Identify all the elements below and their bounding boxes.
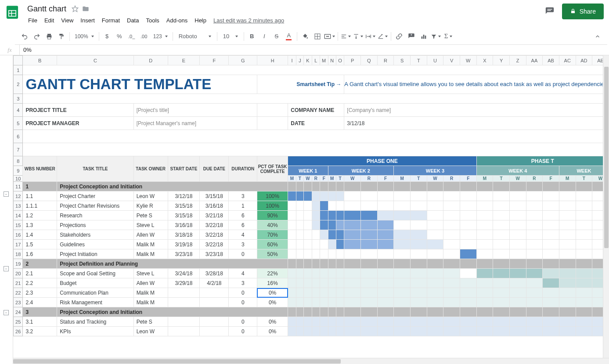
row-header-12[interactable]: 12 <box>14 191 23 201</box>
gantt-cell[interactable] <box>576 249 592 259</box>
gantt-cell[interactable] <box>509 211 526 220</box>
due-date-cell[interactable] <box>200 288 228 297</box>
functions-button[interactable]: Σ <box>443 31 454 42</box>
col-header-B[interactable]: B <box>23 56 57 65</box>
gantt-cell[interactable] <box>320 327 328 336</box>
due-date-cell[interactable]: 3/15/18 <box>200 191 228 201</box>
gantt-cell[interactable] <box>543 191 559 201</box>
col-header-D[interactable]: D <box>133 56 168 65</box>
gantt-cell[interactable] <box>312 249 320 259</box>
gantt-cell[interactable] <box>304 182 312 191</box>
duration-cell[interactable]: 1 <box>229 201 256 210</box>
gantt-cell[interactable] <box>377 317 394 327</box>
currency-button[interactable]: $ <box>101 31 113 42</box>
gantt-cell[interactable] <box>336 211 344 220</box>
gantt-cell[interactable] <box>312 220 320 230</box>
gantt-cell[interactable] <box>576 191 592 201</box>
gantt-cell[interactable] <box>443 327 460 336</box>
gantt-cell[interactable] <box>543 307 559 317</box>
menu-insert[interactable]: Insert <box>77 15 98 25</box>
gantt-cell[interactable] <box>559 220 576 230</box>
gantt-cell[interactable] <box>320 317 328 327</box>
gantt-cell[interactable] <box>320 278 328 288</box>
gantt-cell[interactable] <box>427 211 443 220</box>
gantt-cell[interactable] <box>427 220 443 230</box>
gantt-cell[interactable] <box>312 288 320 298</box>
gantt-cell[interactable] <box>543 317 559 327</box>
gantt-cell[interactable] <box>509 317 526 327</box>
col-header-W[interactable]: W <box>460 56 476 65</box>
gantt-cell[interactable] <box>526 278 543 288</box>
gantt-cell[interactable] <box>312 317 320 327</box>
gantt-cell[interactable] <box>361 240 378 249</box>
gantt-cell[interactable] <box>377 307 394 317</box>
gantt-cell[interactable] <box>312 230 320 240</box>
gantt-cell[interactable] <box>526 317 543 327</box>
wbs-cell[interactable]: 1.2 <box>23 211 57 220</box>
start-date-cell[interactable] <box>168 288 200 297</box>
gantt-cell[interactable] <box>344 240 361 249</box>
v-align-button[interactable] <box>353 31 364 42</box>
duration-cell[interactable]: 0 <box>229 298 256 307</box>
row-header-22[interactable]: 22 <box>14 288 23 298</box>
gantt-cell[interactable] <box>509 288 526 298</box>
col-header-J[interactable]: J <box>296 56 304 65</box>
gantt-cell[interactable] <box>443 211 460 220</box>
gantt-cell[interactable] <box>304 298 312 307</box>
gantt-cell[interactable] <box>509 201 526 211</box>
start-date-cell[interactable]: 3/29/18 <box>168 278 200 288</box>
gantt-cell[interactable] <box>410 220 427 230</box>
gantt-cell[interactable] <box>576 298 592 307</box>
gantt-cell[interactable] <box>304 278 312 288</box>
gantt-cell[interactable] <box>476 201 493 211</box>
gantt-cell[interactable] <box>543 288 559 298</box>
pct-complete-cell[interactable]: 22% <box>257 269 288 278</box>
task-title-cell[interactable]: Risk Management <box>57 298 133 307</box>
gantt-cell[interactable] <box>509 230 526 240</box>
wbs-cell[interactable]: 3.1 <box>23 317 57 326</box>
gantt-cell[interactable] <box>344 298 361 307</box>
gantt-cell[interactable] <box>377 298 394 307</box>
gantt-cell[interactable] <box>361 249 378 259</box>
gantt-cell[interactable] <box>526 220 543 230</box>
start-date-cell[interactable]: 3/19/18 <box>168 240 200 249</box>
borders-button[interactable] <box>312 31 323 42</box>
gantt-cell[interactable] <box>410 269 427 278</box>
col-header-T[interactable]: T <box>410 56 427 65</box>
gantt-cell[interactable] <box>394 201 411 211</box>
row-header-21[interactable]: 21 <box>14 278 23 288</box>
gantt-cell[interactable] <box>288 240 296 249</box>
gantt-cell[interactable] <box>336 230 344 240</box>
due-date-cell[interactable]: 3/23/18 <box>200 249 228 259</box>
gantt-cell[interactable] <box>576 240 592 249</box>
gantt-cell[interactable] <box>344 259 361 269</box>
due-date-cell[interactable]: 3/16/18 <box>200 201 228 210</box>
gantt-cell[interactable] <box>304 249 312 259</box>
row-header-25[interactable]: 25 <box>14 317 23 327</box>
task-owner-cell[interactable]: Malik M <box>134 298 168 307</box>
gantt-cell[interactable] <box>427 230 443 240</box>
menu-data[interactable]: Data <box>123 15 142 25</box>
last-edit-link[interactable]: Last edit was 2 minutes ago <box>213 17 284 24</box>
gantt-cell[interactable] <box>361 298 378 307</box>
gantt-cell[interactable] <box>427 191 443 201</box>
gantt-cell[interactable] <box>328 317 336 327</box>
row-header-20[interactable]: 20 <box>14 269 23 278</box>
gantt-cell[interactable] <box>410 307 427 317</box>
row-header-3[interactable]: 3 <box>14 94 23 104</box>
date-value[interactable]: 3/12/18 <box>344 120 609 126</box>
gantt-cell[interactable] <box>543 220 559 230</box>
pct-complete-cell[interactable]: 100% <box>257 201 288 210</box>
row-header-5[interactable]: 5 <box>14 117 23 130</box>
gantt-cell[interactable] <box>476 249 493 259</box>
gantt-cell[interactable] <box>361 327 378 336</box>
row-header-6[interactable]: 6 <box>14 130 23 143</box>
due-date-cell[interactable]: 3/21/18 <box>200 211 228 220</box>
gantt-cell[interactable] <box>576 182 592 191</box>
gantt-cell[interactable] <box>460 307 476 317</box>
gantt-cell[interactable] <box>493 249 510 259</box>
gantt-cell[interactable] <box>460 317 476 327</box>
menu-add-ons[interactable]: Add-ons <box>163 15 191 25</box>
gantt-cell[interactable] <box>304 288 312 298</box>
gantt-cell[interactable] <box>509 220 526 230</box>
